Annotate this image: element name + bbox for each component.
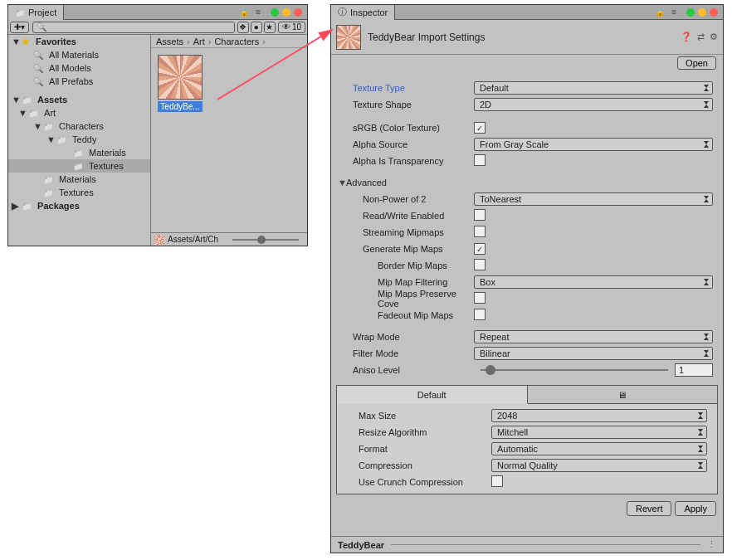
thumbnail-size-slider[interactable] [232, 239, 299, 241]
label-resize-algo: Resize Algorithm [342, 427, 491, 437]
lock-icon[interactable]: 🔓 [239, 7, 249, 17]
fav-item-all-materials[interactable]: All Materials [8, 48, 150, 61]
assets-header[interactable]: ▼ Assets [8, 93, 150, 106]
save-search-button[interactable]: ★ [264, 22, 276, 33]
tree-teddy-textures[interactable]: Textures [8, 159, 150, 173]
checkbox-streaming-mipmaps[interactable] [474, 226, 486, 237]
select-max-size[interactable]: 2048 [491, 409, 707, 422]
aniso-input[interactable]: 1 [675, 363, 713, 377]
project-toolbar: ✚▾ 🔍 ❖ ● ★ 👁 10 [8, 20, 307, 35]
minimize-dot[interactable] [271, 8, 279, 17]
gear-icon[interactable]: ⚙ [710, 32, 718, 42]
search-icon [33, 76, 43, 86]
breadcrumb-art[interactable]: Art [193, 37, 205, 46]
tree-textures[interactable]: Textures [8, 186, 150, 199]
star-icon [22, 37, 30, 47]
filter-by-label-button[interactable]: ● [251, 22, 262, 33]
advanced-section[interactable]: ▼Advanced [331, 174, 723, 191]
select-mip-filter[interactable]: Box [474, 275, 713, 289]
checkbox-crunch[interactable] [491, 475, 503, 487]
help-icon[interactable]: ❓ [681, 32, 692, 42]
select-texture-shape[interactable]: 2D [474, 98, 713, 111]
label-max-size: Max Size [342, 411, 491, 421]
fav-item-all-models[interactable]: All Models [8, 61, 150, 75]
project-tree: ▼ Favorites All Materials All Models All… [8, 35, 151, 246]
apply-button[interactable]: Apply [675, 501, 716, 516]
monitor-icon: 🖥 [617, 390, 627, 400]
label-mip-filter: Mip Map Filtering [336, 277, 474, 287]
preview-title: TeddyBear [338, 540, 384, 550]
preset-icon[interactable]: ⇄ [697, 32, 705, 42]
close-dot[interactable] [294, 8, 302, 17]
select-format[interactable]: Automatic [491, 442, 707, 455]
minimize-dot[interactable] [686, 8, 695, 17]
search-icon [33, 50, 43, 60]
lock-icon[interactable]: 🔓 [655, 7, 665, 17]
label-fadeout-mip: Fadeout Mip Maps [336, 310, 474, 320]
breadcrumb-assets[interactable]: Assets [156, 37, 183, 46]
inspector-tabstrip: ⓘ Inspector 🔓 ≡ [331, 5, 723, 20]
checkbox-mip-preserve[interactable] [474, 292, 486, 304]
tree-teddy-materials[interactable]: Materials [8, 146, 150, 159]
breadcrumb-characters[interactable]: Characters [214, 37, 259, 46]
label-alpha-source: Alpha Source [336, 139, 474, 149]
asset-label: TeddyBe... [158, 101, 203, 112]
breadcrumb: Assets› Art› Characters› [151, 35, 307, 48]
label-border-mip: Border Mip Maps [336, 261, 474, 270]
label-filter: Filter Mode [336, 348, 474, 358]
preview-header[interactable]: TeddyBear ⋮ [331, 536, 723, 553]
eye-slash-icon: 👁 [282, 22, 290, 32]
search-input[interactable]: 🔍 [32, 22, 235, 33]
tree-teddy[interactable]: ▼ Teddy [8, 133, 150, 146]
aniso-slider[interactable] [481, 369, 668, 371]
close-dot[interactable] [710, 8, 718, 17]
select-filter[interactable]: Bilinear [474, 347, 713, 360]
favorites-header[interactable]: ▼ Favorites [8, 35, 150, 48]
select-wrap[interactable]: Repeat [474, 330, 713, 343]
hidden-toggle[interactable]: 👁 10 [278, 22, 305, 33]
select-compression[interactable]: Normal Quality [491, 459, 707, 472]
project-tab-label: Project [28, 7, 56, 17]
checkbox-border-mip[interactable] [474, 259, 486, 270]
filter-by-type-button[interactable]: ❖ [237, 22, 249, 33]
info-icon: ⓘ [338, 6, 347, 18]
platform-tab-default[interactable]: Default [337, 386, 528, 404]
inspector-tab-label: Inspector [350, 7, 388, 17]
checkbox-gen-mipmaps[interactable]: ✓ [474, 243, 486, 255]
platform-settings-box: Default 🖥 Max Size2048 Resize AlgorithmM… [336, 385, 718, 494]
project-tabstrip: Project 🔓 ≡ [8, 5, 307, 20]
open-button[interactable]: Open [677, 56, 716, 70]
project-tab[interactable]: Project [8, 5, 64, 20]
tree-characters[interactable]: ▼ Characters [8, 119, 150, 133]
preview-menu-icon[interactable]: ⋮ [707, 539, 716, 550]
search-icon [33, 63, 43, 73]
asset-thumbnail[interactable]: TeddyBe... [158, 55, 203, 112]
revert-button[interactable]: Revert [627, 501, 671, 516]
packages-header[interactable]: ▶ Packages [8, 199, 150, 212]
create-menu[interactable]: ✚▾ [10, 22, 29, 33]
traffic-lights [266, 8, 307, 17]
inspector-tab[interactable]: ⓘ Inspector [331, 5, 395, 20]
window-menu-icon[interactable]: ≡ [668, 7, 681, 17]
checkbox-alpha-transparency[interactable] [474, 154, 486, 166]
select-alpha-source[interactable]: From Gray Scale [474, 138, 713, 151]
maximize-dot[interactable] [282, 8, 290, 17]
tree-materials[interactable]: Materials [8, 173, 150, 186]
tree-art[interactable]: ▼ Art [8, 106, 150, 119]
platform-tab-standalone[interactable]: 🖥 [528, 386, 718, 404]
label-alpha-transparency: Alpha Is Transparency [336, 156, 474, 166]
texture-chip-icon [154, 235, 164, 245]
label-rw: Read/Write Enabled [336, 211, 474, 221]
select-npot[interactable]: ToNearest [474, 192, 713, 206]
select-texture-type[interactable]: Default [474, 81, 713, 95]
label-srgb: sRGB (Color Texture) [336, 123, 474, 133]
checkbox-fadeout-mip[interactable] [474, 309, 486, 320]
maximize-dot[interactable] [698, 8, 706, 17]
checkbox-srgb[interactable]: ✓ [474, 122, 486, 134]
checkbox-rw[interactable] [474, 209, 486, 221]
fav-item-all-prefabs[interactable]: All Prefabs [8, 75, 150, 88]
label-wrap: Wrap Mode [336, 332, 474, 342]
select-resize-algo[interactable]: Mitchell [491, 426, 707, 439]
label-gen-mipmaps: Generate Mip Maps [336, 244, 474, 254]
window-menu-icon[interactable]: ≡ [252, 7, 266, 17]
